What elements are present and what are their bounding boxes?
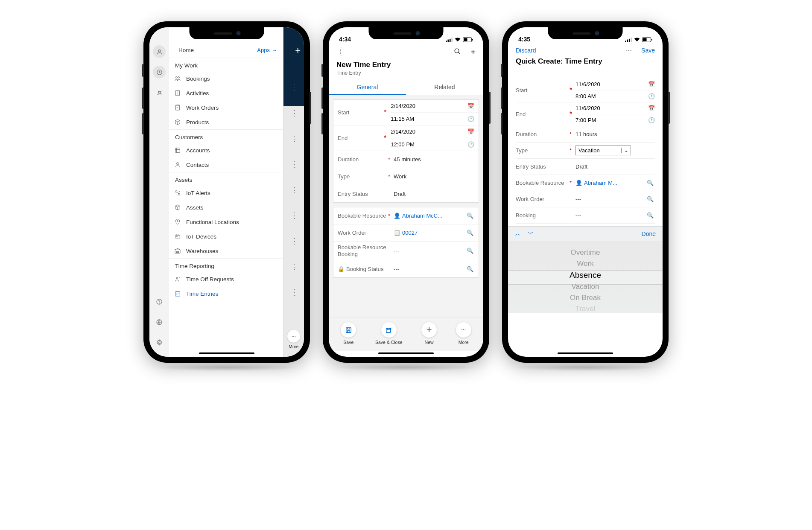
apps-button[interactable]: Apps → <box>257 47 277 53</box>
recent-icon[interactable] <box>153 66 166 79</box>
sidebar-item-activities[interactable]: Activities <box>169 86 283 100</box>
nav-label: Warehouses <box>186 248 218 254</box>
add-icon[interactable]: + <box>470 47 476 57</box>
brb-field[interactable]: Bookable Resource Booking*---🔍 <box>333 242 479 260</box>
svg-rect-18 <box>175 291 180 296</box>
status-field[interactable]: Entry StatusDraft <box>516 159 655 175</box>
search-icon[interactable]: 🔍 <box>646 196 655 202</box>
sidebar-item-accounts[interactable]: Accounts <box>169 143 283 157</box>
picker-option[interactable]: On Break <box>508 292 663 303</box>
end-time-value: 7:00 PM <box>575 117 596 123</box>
overflow-icon[interactable]: ⋮ <box>290 236 298 246</box>
sidebar-item-assets[interactable]: Assets <box>169 200 283 215</box>
type-field[interactable]: Type*Vacation⌄ <box>516 143 655 159</box>
add-icon[interactable]: + <box>295 45 301 56</box>
sidebar-item-timeentries[interactable]: Time Entries <box>169 286 283 301</box>
picker-option[interactable]: Work <box>508 258 663 269</box>
start-time-field[interactable]: 11:15 AM🕐 <box>391 113 479 125</box>
overflow-icon[interactable]: ⋮ <box>290 262 298 271</box>
start-date-value: 2/14/2020 <box>391 103 415 109</box>
pin-icon[interactable] <box>153 86 166 99</box>
duration-field[interactable]: Duration*11 hours <box>516 126 655 143</box>
sidebar-item-iot-devices[interactable]: IoT Devices <box>169 229 283 244</box>
save-button[interactable]: Save <box>341 322 356 345</box>
workorder-field[interactable]: Work Order---🔍 <box>516 191 655 207</box>
duration-field[interactable]: Duration*45 minutes <box>333 151 479 168</box>
more-button[interactable]: ⋯More <box>456 322 471 345</box>
type-field[interactable]: Type*Work <box>333 168 479 185</box>
search-icon[interactable]: 🔍 <box>466 230 474 236</box>
help-icon[interactable] <box>153 295 166 308</box>
icon-rail <box>149 27 169 357</box>
bookres-field[interactable]: Bookable Resource*👤Abraham M...🔍 <box>516 175 655 191</box>
overflow-icon[interactable]: ⋯ <box>626 47 633 54</box>
overflow-icon[interactable]: ⋮ <box>290 288 298 297</box>
picker-option[interactable]: Overtime <box>508 247 663 258</box>
picker-option[interactable]: Travel <box>508 303 663 313</box>
overflow-icon[interactable]: ⋮ <box>290 211 298 220</box>
workorder-field[interactable]: Work Order*📋00027🔍 <box>333 224 479 242</box>
booking-field[interactable]: Booking---🔍 <box>516 207 655 224</box>
search-icon[interactable] <box>454 47 461 57</box>
nav-label: IoT Devices <box>186 233 216 240</box>
settings-icon[interactable] <box>153 336 166 349</box>
overflow-icon[interactable]: ⋮ <box>290 160 298 169</box>
search-icon[interactable]: 🔍 <box>646 180 655 186</box>
sidebar-item-products[interactable]: Products <box>169 115 283 129</box>
overflow-icon[interactable]: ⋮ <box>290 83 298 92</box>
nav-label: Functional Locations <box>186 219 239 225</box>
picker-option[interactable]: Vacation <box>508 281 663 292</box>
end-date-field[interactable]: 2/14/2020📅 <box>391 125 479 138</box>
type-select[interactable]: Vacation⌄ <box>575 146 631 155</box>
arrow-right-icon: → <box>272 47 277 53</box>
sidebar-item-home[interactable]: Home <box>174 47 194 53</box>
overflow-icon[interactable]: ⋮ <box>290 134 298 143</box>
done-button[interactable]: Done <box>642 230 656 237</box>
sidebar-item-workorders[interactable]: Work Orders <box>169 100 283 115</box>
end-date-value: 11/6/2020 <box>575 105 600 111</box>
overflow-icon[interactable]: ⋮ <box>290 185 298 195</box>
search-icon[interactable]: 🔍 <box>646 212 655 218</box>
sidebar-item-timeoff[interactable]: Time Off Requests <box>169 272 283 286</box>
status-field[interactable]: Entry Status*Draft <box>333 185 479 202</box>
search-icon[interactable]: 🔍 <box>466 248 474 254</box>
sidebar-item-iot-alerts[interactable]: IoT Alerts <box>169 186 283 200</box>
start-date-field[interactable]: 2/14/2020📅 <box>391 100 479 113</box>
picker-option-selected[interactable]: Absence <box>508 269 663 281</box>
tab-related[interactable]: Related <box>406 79 483 95</box>
bookres-field[interactable]: Bookable Resource*👤Abraham McC...🔍 <box>333 207 479 224</box>
group-header: Customers <box>169 129 283 143</box>
globe-icon[interactable] <box>153 316 166 329</box>
start-time-field[interactable]: 8:00 AM🕐 <box>575 90 655 102</box>
search-icon[interactable]: 🔍 <box>466 213 474 219</box>
end-time-field[interactable]: 7:00 PM🕐 <box>575 114 655 126</box>
search-icon[interactable]: 🔍 <box>466 266 474 272</box>
saveclose-button[interactable]: Save & Close <box>375 322 403 345</box>
start-date-field[interactable]: 11/6/2020📅 <box>575 79 655 90</box>
profile-icon[interactable] <box>153 45 166 58</box>
end-time-field[interactable]: 12:00 PM🕐 <box>391 138 479 151</box>
picker-up-icon[interactable]: ︿ <box>515 230 521 237</box>
new-button[interactable]: +New <box>421 322 437 345</box>
svg-point-17 <box>176 277 178 279</box>
picker-wheel[interactable]: Overtime Work Absence Vacation On Break … <box>508 241 663 313</box>
phone-2-form: 4:34 〈 + New Time Entry Time Entry Gener… <box>323 21 489 363</box>
nav-label: Time Entries <box>186 291 218 297</box>
sidebar-item-bookings[interactable]: Bookings <box>169 71 283 86</box>
svg-rect-10 <box>175 148 180 153</box>
sidebar-item-warehouses[interactable]: Warehouses <box>169 244 283 258</box>
background-strip: + ⋮ ⋮ ⋮ ⋮ ⋮ ⋮ ⋮ ⋮ ⋮ ⋯More <box>283 27 304 357</box>
end-date-field[interactable]: 11/6/2020📅 <box>575 102 655 114</box>
more-button[interactable]: ⋯More <box>285 330 302 349</box>
lock-icon: 🔒 <box>338 266 345 272</box>
save-button[interactable]: Save <box>641 47 655 54</box>
discard-button[interactable]: Discard <box>516 47 536 54</box>
svg-rect-21 <box>450 39 451 42</box>
overflow-icon[interactable]: ⋮ <box>290 108 298 118</box>
sidebar-item-contacts[interactable]: Contacts <box>169 157 283 172</box>
bookstatus-field[interactable]: 🔒Booking Status*---🔍 <box>333 260 479 277</box>
back-button[interactable]: 〈 <box>336 46 342 58</box>
picker-down-icon[interactable]: ﹀ <box>528 230 534 237</box>
tab-general[interactable]: General <box>329 79 406 95</box>
sidebar-item-locations[interactable]: Functional Locations <box>169 215 283 229</box>
